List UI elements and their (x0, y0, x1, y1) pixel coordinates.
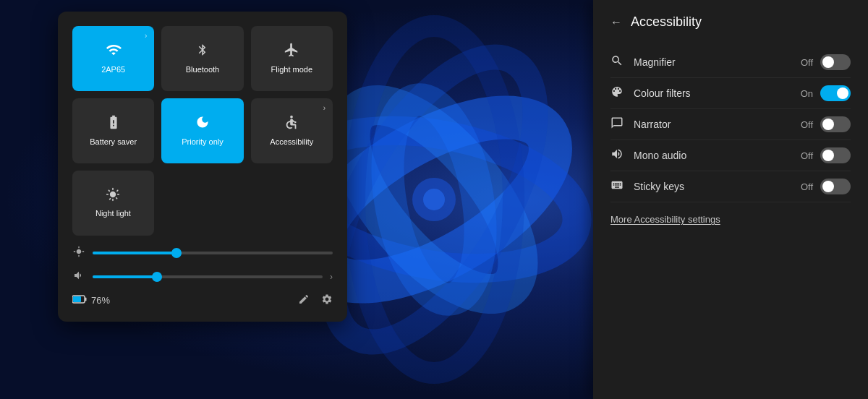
magnifier-name: Magnifier (631, 56, 801, 68)
sticky-keys-toggle-knob (822, 181, 834, 192)
volume-arrow[interactable]: › (330, 272, 333, 282)
setting-row-magnifier: Magnifier Off (610, 47, 851, 78)
accessibility-icon (284, 114, 299, 134)
tile-night-light[interactable]: Night light (72, 171, 154, 236)
accessibility-arrow: › (323, 104, 326, 112)
more-accessibility-link[interactable]: More Accessibility settings (610, 214, 851, 225)
night-light-label: Night light (95, 209, 131, 218)
volume-row: › (72, 270, 333, 283)
mono-audio-status: Off (801, 150, 813, 161)
accessibility-tile-label: Accessibility (270, 137, 313, 147)
panel-header: ← Accessibility (610, 14, 851, 30)
settings-icon[interactable] (321, 293, 333, 307)
tile-bluetooth[interactable]: Bluetooth (161, 26, 243, 91)
narrator-name: Narrator (631, 119, 801, 130)
setting-row-colour-filters: Colour filters On (610, 78, 851, 109)
volume-track[interactable] (93, 275, 323, 278)
volume-fill (93, 275, 157, 278)
tile-flight-mode[interactable]: Flight mode (251, 26, 333, 91)
bluetooth-label: Bluetooth (186, 65, 219, 74)
edit-icon[interactable] (298, 293, 310, 307)
mono-audio-name: Mono audio (631, 150, 801, 161)
sticky-keys-name: Sticky keys (631, 181, 801, 192)
setting-row-mono-audio: Mono audio Off (610, 140, 851, 171)
svg-point-7 (423, 189, 445, 210)
battery-icon (72, 295, 87, 306)
flight-icon (284, 42, 299, 62)
magnifier-icon (610, 54, 631, 70)
colour-filters-icon (610, 85, 631, 101)
bluetooth-icon (196, 42, 209, 62)
brightness-fill (93, 252, 176, 254)
wifi-icon (106, 42, 122, 62)
bottom-bar: 76% (72, 293, 333, 307)
narrator-status: Off (801, 119, 813, 130)
mono-audio-icon (610, 147, 631, 163)
wifi-label: 2AP65 (101, 65, 125, 74)
quick-settings-panel: › 2AP65 Bluetooth Flight mode (58, 12, 347, 322)
battery-percent: 76% (91, 295, 110, 306)
brightness-icon (72, 246, 85, 259)
magnifier-toggle[interactable] (820, 54, 851, 70)
tile-accessibility[interactable]: › Accessibility (251, 98, 333, 163)
brightness-row (72, 246, 333, 259)
mono-audio-toggle-knob (822, 150, 834, 161)
brightness-thumb[interactable] (171, 248, 182, 258)
night-light-icon (106, 187, 120, 206)
panel-title: Accessibility (631, 14, 702, 30)
sticky-keys-toggle[interactable] (820, 179, 851, 194)
svg-rect-10 (85, 298, 87, 301)
brightness-track[interactable] (93, 252, 333, 254)
magnifier-toggle-knob (822, 56, 834, 68)
narrator-toggle-knob (822, 119, 834, 130)
sticky-keys-icon (610, 179, 631, 194)
tile-battery-saver[interactable]: Battery saver (72, 98, 154, 163)
narrator-toggle[interactable] (820, 116, 851, 132)
svg-rect-11 (73, 296, 81, 302)
wifi-arrow: › (145, 32, 147, 40)
colour-filters-name: Colour filters (631, 87, 801, 99)
accessibility-panel: ← Accessibility Magnifier Off Colour fil… (593, 0, 868, 399)
tiles-row-1: › 2AP65 Bluetooth Flight mode (72, 26, 333, 91)
sticky-keys-status: Off (801, 181, 813, 192)
setting-row-sticky-keys: Sticky keys Off (610, 171, 851, 202)
tiles-row-3: Night light (72, 171, 333, 236)
magnifier-status: Off (801, 57, 813, 68)
colour-filters-toggle-knob (837, 87, 848, 99)
narrator-icon (610, 116, 631, 132)
tile-priority-only[interactable]: Priority only (161, 98, 243, 163)
flight-mode-label: Flight mode (271, 65, 312, 74)
battery-info: 76% (72, 295, 110, 306)
svg-point-8 (290, 116, 293, 119)
sliders-section: › (72, 246, 333, 283)
volume-icon (72, 270, 85, 283)
colour-filters-toggle[interactable] (820, 85, 851, 101)
battery-saver-label: Battery saver (90, 137, 137, 147)
volume-thumb[interactable] (152, 272, 162, 282)
setting-row-narrator: Narrator Off (610, 109, 851, 140)
back-button[interactable]: ← (610, 16, 622, 29)
priority-only-label: Priority only (182, 137, 223, 147)
battery-saver-icon (106, 114, 122, 134)
colour-filters-status: On (801, 88, 813, 99)
mono-audio-toggle[interactable] (820, 147, 851, 163)
tile-wifi[interactable]: › 2AP65 (72, 26, 154, 91)
tiles-row-2: Battery saver Priority only › Accessibil… (72, 98, 333, 163)
bottom-icons (298, 293, 333, 307)
priority-icon (195, 114, 210, 134)
